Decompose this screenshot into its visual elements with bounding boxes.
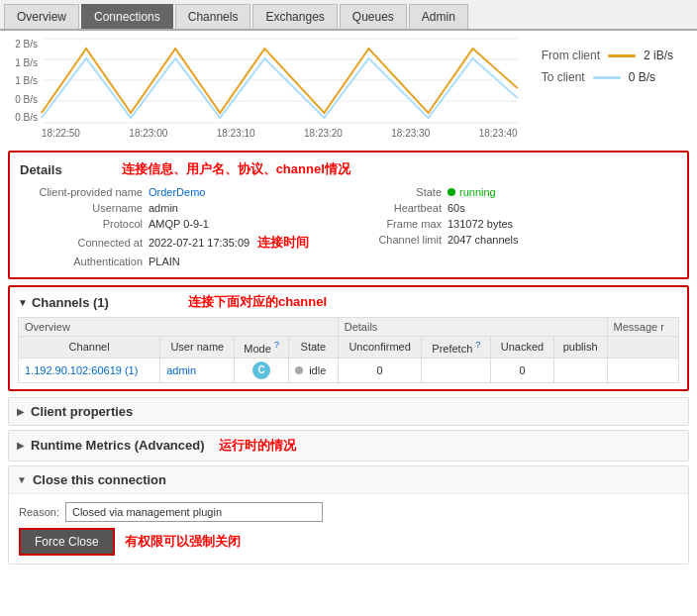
framemax-value: 131072 bytes xyxy=(448,218,513,230)
chart-area: 2 B/s 1 B/s 1 B/s 0 B/s 0 B/s xyxy=(10,39,518,139)
close-connection-section: ▼ Close this connection Reason: Force Cl… xyxy=(8,465,689,565)
from-client-label: From client xyxy=(542,49,600,62)
close-connection-arrow: ▼ xyxy=(17,474,27,485)
col-channel: Channel xyxy=(19,337,160,359)
protocol-label: Protocol xyxy=(20,218,149,230)
reason-input[interactable] xyxy=(65,502,323,522)
channel-mode: C xyxy=(235,358,289,382)
channel-link[interactable]: 1.192.90.102:60619 (1) xyxy=(25,364,138,376)
mode-badge: C xyxy=(252,361,270,379)
from-client-rate: 2 iB/s xyxy=(644,49,673,62)
runtime-metrics-arrow: ▶ xyxy=(17,440,25,451)
channel-limit-label: Channel limit xyxy=(348,234,448,246)
legend-to-client: To client 0 B/s xyxy=(542,70,673,84)
tab-admin[interactable]: Admin xyxy=(409,4,468,29)
col-unacked: Unacked xyxy=(491,337,553,359)
col-extra xyxy=(607,337,678,359)
col-header-message: Message r xyxy=(607,318,678,337)
client-name-value: OrderDemo xyxy=(149,186,205,198)
auth-label: Authentication xyxy=(20,256,149,267)
col-state: State xyxy=(289,337,339,359)
channel-unconfirmed: 0 xyxy=(338,358,422,382)
channels-section: ▼ Channels (1) 连接下面对应的channel Overview D… xyxy=(8,285,689,391)
runtime-metrics-annotation: 运行时的情况 xyxy=(219,437,296,455)
tab-queues[interactable]: Queues xyxy=(340,4,407,29)
state-idle-dot xyxy=(295,366,303,374)
force-close-button[interactable]: Force Close xyxy=(21,530,113,554)
username-label: Username xyxy=(20,202,149,214)
legend-from-client: From client 2 iB/s xyxy=(542,49,673,62)
table-row: 1.192.90.102:60619 (1) admin C idle 0 0 xyxy=(19,358,679,382)
protocol-value: AMQP 0-9-1 xyxy=(149,218,209,230)
heartbeat-label: Heartbeat xyxy=(348,202,448,214)
col-header-details: Details xyxy=(338,318,607,337)
y-axis-labels: 2 B/s 1 B/s 1 B/s 0 B/s 0 B/s xyxy=(10,39,42,123)
col-unconfirmed: Unconfirmed xyxy=(338,337,422,359)
runtime-metrics-section: ▶ Runtime Metrics (Advanced) 运行时的情况 xyxy=(8,430,689,462)
connected-at-annotation: 连接时间 xyxy=(257,234,309,252)
close-connection-title: Close this connection xyxy=(33,472,166,487)
channel-prefetch xyxy=(422,358,491,382)
channels-title: Channels (1) xyxy=(32,295,109,310)
runtime-metrics-header[interactable]: ▶ Runtime Metrics (Advanced) 运行时的情况 xyxy=(9,431,688,461)
col-mode-help-icon[interactable]: ? xyxy=(274,340,279,350)
auth-value: PLAIN xyxy=(149,256,180,267)
state-label: State xyxy=(348,186,448,198)
force-close-annotation: 有权限可以强制关闭 xyxy=(125,533,241,551)
close-connection-body: Reason: Force Close 有权限可以强制关闭 xyxy=(9,493,688,564)
username-value: admin xyxy=(149,202,178,214)
chart-section: 2 B/s 1 B/s 1 B/s 0 B/s 0 B/s xyxy=(0,31,697,147)
channels-annotation: 连接下面对应的channel xyxy=(188,293,327,311)
channel-extra xyxy=(607,358,678,382)
channel-id: 1.192.90.102:60619 (1) xyxy=(19,358,160,382)
client-name-label: Client-provided name xyxy=(20,186,149,198)
tab-overview[interactable]: Overview xyxy=(4,4,79,29)
details-annotation: 连接信息、用户名、协议、channel情况 xyxy=(122,160,350,178)
channel-unacked: 0 xyxy=(491,358,553,382)
channels-table: Overview Details Message r Channel User … xyxy=(18,317,679,383)
connected-at-label: Connected at xyxy=(20,237,149,249)
col-prefetch-help-icon[interactable]: ? xyxy=(475,340,480,350)
to-client-label: To client xyxy=(542,70,585,84)
channel-publish xyxy=(553,358,607,382)
client-properties-arrow: ▶ xyxy=(17,406,25,417)
col-prefetch: Prefetch ? xyxy=(422,337,491,359)
channel-username: admin xyxy=(160,358,235,382)
tab-connections[interactable]: Connections xyxy=(81,4,173,29)
tab-bar: Overview Connections Channels Exchanges … xyxy=(0,0,697,31)
col-username: User name xyxy=(160,337,235,359)
client-properties-header[interactable]: ▶ Client properties xyxy=(9,398,688,425)
chart-svg xyxy=(42,39,518,123)
force-close-button-wrapper: Force Close xyxy=(19,528,115,556)
channel-state-label: idle xyxy=(309,364,326,376)
reason-label: Reason: xyxy=(19,506,59,518)
state-dot xyxy=(448,188,455,196)
connected-at-value: 2022-07-21 17:35:09 xyxy=(149,237,249,249)
x-axis-labels: 18:22:50 18:23:00 18:23:10 18:23:20 18:2… xyxy=(42,128,518,139)
details-title: Details xyxy=(20,162,62,177)
client-properties-title: Client properties xyxy=(31,404,133,419)
tab-channels[interactable]: Channels xyxy=(175,4,251,29)
tab-exchanges[interactable]: Exchanges xyxy=(252,4,337,29)
col-header-overview: Overview xyxy=(19,318,339,337)
col-mode: Mode ? xyxy=(235,337,289,359)
chart-legend: From client 2 iB/s To client 0 B/s xyxy=(528,39,687,94)
state-value: running xyxy=(459,186,496,198)
close-connection-header[interactable]: ▼ Close this connection xyxy=(9,466,688,493)
to-client-rate: 0 B/s xyxy=(629,70,655,84)
details-section: Details 连接信息、用户名、协议、channel情况 Client-pro… xyxy=(8,151,689,279)
channels-collapse-arrow[interactable]: ▼ xyxy=(18,297,28,308)
channel-limit-value: 2047 channels xyxy=(448,234,519,246)
framemax-label: Frame max xyxy=(348,218,448,230)
client-properties-section: ▶ Client properties xyxy=(8,397,689,426)
col-publish: publish xyxy=(553,337,607,359)
runtime-metrics-title: Runtime Metrics (Advanced) xyxy=(31,438,205,453)
heartbeat-value: 60s xyxy=(448,202,465,214)
channel-state: idle xyxy=(289,358,339,382)
